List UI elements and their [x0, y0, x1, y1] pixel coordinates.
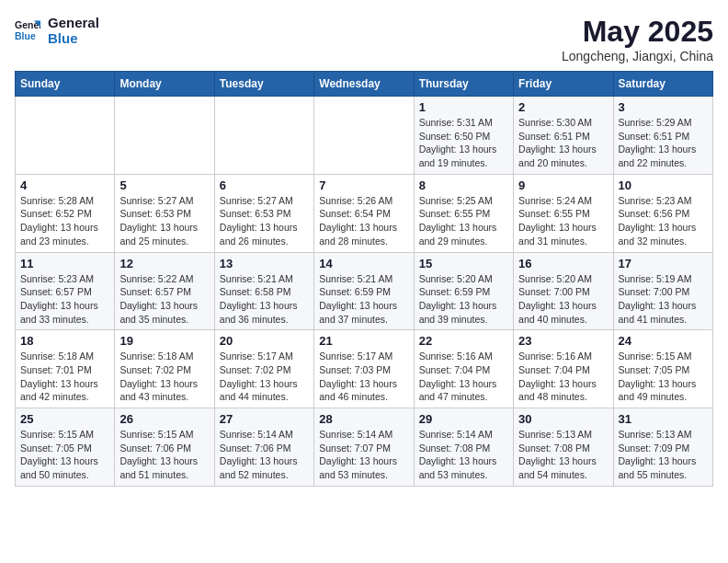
day-number: 24 [619, 334, 708, 348]
day-number: 3 [619, 100, 708, 114]
day-number: 10 [619, 178, 708, 192]
day-info: Sunrise: 5:16 AM Sunset: 7:04 PM Dayligh… [419, 350, 508, 404]
day-number: 14 [319, 257, 408, 270]
day-info: Sunrise: 5:18 AM Sunset: 7:01 PM Dayligh… [20, 350, 109, 404]
day-number: 29 [419, 412, 508, 426]
calendar-week-row: 18Sunrise: 5:18 AM Sunset: 7:01 PM Dayli… [16, 330, 713, 408]
calendar-cell: 27Sunrise: 5:14 AM Sunset: 7:06 PM Dayli… [214, 408, 313, 487]
header-tuesday: Tuesday [214, 72, 313, 97]
calendar-cell: 15Sunrise: 5:20 AM Sunset: 6:59 PM Dayli… [414, 252, 513, 330]
header-saturday: Saturday [613, 72, 712, 97]
calendar-cell: 29Sunrise: 5:14 AM Sunset: 7:08 PM Dayli… [414, 408, 513, 487]
logo-general: General [48, 15, 99, 30]
day-info: Sunrise: 5:26 AM Sunset: 6:54 PM Dayligh… [319, 194, 408, 248]
calendar-cell: 21Sunrise: 5:17 AM Sunset: 7:03 PM Dayli… [314, 330, 414, 408]
calendar-subtitle: Longcheng, Jiangxi, China [562, 49, 713, 63]
calendar-cell: 3Sunrise: 5:29 AM Sunset: 6:51 PM Daylig… [613, 97, 712, 175]
logo-icon: General Blue [15, 17, 40, 43]
calendar-cell [214, 97, 313, 175]
calendar-week-row: 25Sunrise: 5:15 AM Sunset: 7:05 PM Dayli… [16, 408, 713, 487]
header-thursday: Thursday [414, 72, 513, 97]
logo: General Blue General Blue [15, 15, 99, 46]
calendar-cell: 13Sunrise: 5:21 AM Sunset: 6:58 PM Dayli… [214, 252, 313, 330]
day-info: Sunrise: 5:28 AM Sunset: 6:52 PM Dayligh… [20, 194, 109, 248]
svg-text:Blue: Blue [15, 30, 36, 41]
day-number: 6 [220, 178, 309, 192]
day-number: 20 [220, 334, 309, 348]
day-number: 5 [119, 178, 209, 192]
day-number: 27 [220, 412, 309, 426]
day-info: Sunrise: 5:13 AM Sunset: 7:08 PM Dayligh… [518, 428, 608, 482]
day-info: Sunrise: 5:15 AM Sunset: 7:05 PM Dayligh… [20, 428, 109, 482]
calendar-cell: 22Sunrise: 5:16 AM Sunset: 7:04 PM Dayli… [414, 330, 513, 408]
page-header: General Blue General Blue May 2025 Longc… [15, 15, 713, 63]
day-info: Sunrise: 5:23 AM Sunset: 6:56 PM Dayligh… [619, 194, 708, 248]
calendar-week-row: 11Sunrise: 5:23 AM Sunset: 6:57 PM Dayli… [16, 252, 713, 330]
day-number: 26 [119, 412, 209, 426]
day-number: 2 [518, 100, 608, 114]
calendar-cell: 7Sunrise: 5:26 AM Sunset: 6:54 PM Daylig… [314, 174, 414, 252]
day-number: 4 [20, 178, 109, 192]
day-number: 28 [319, 412, 408, 426]
title-block: May 2025 Longcheng, Jiangxi, China [562, 15, 713, 63]
day-number: 12 [119, 257, 209, 270]
day-number: 22 [419, 334, 508, 348]
calendar-cell: 1Sunrise: 5:31 AM Sunset: 6:50 PM Daylig… [414, 97, 513, 175]
day-number: 11 [20, 257, 109, 270]
day-number: 23 [518, 334, 608, 348]
day-info: Sunrise: 5:31 AM Sunset: 6:50 PM Dayligh… [419, 116, 508, 170]
header-sunday: Sunday [16, 72, 115, 97]
day-info: Sunrise: 5:29 AM Sunset: 6:51 PM Dayligh… [619, 116, 708, 170]
calendar-cell: 12Sunrise: 5:22 AM Sunset: 6:57 PM Dayli… [115, 252, 214, 330]
day-info: Sunrise: 5:21 AM Sunset: 6:58 PM Dayligh… [220, 272, 309, 327]
calendar-cell: 16Sunrise: 5:20 AM Sunset: 7:00 PM Dayli… [514, 252, 613, 330]
calendar-cell: 30Sunrise: 5:13 AM Sunset: 7:08 PM Dayli… [514, 408, 613, 487]
calendar-cell [16, 97, 115, 175]
calendar-cell: 28Sunrise: 5:14 AM Sunset: 7:07 PM Dayli… [314, 408, 414, 487]
day-info: Sunrise: 5:24 AM Sunset: 6:55 PM Dayligh… [518, 194, 608, 248]
day-number: 15 [419, 257, 508, 270]
day-info: Sunrise: 5:27 AM Sunset: 6:53 PM Dayligh… [220, 194, 309, 248]
calendar-title: May 2025 [562, 15, 713, 49]
day-info: Sunrise: 5:16 AM Sunset: 7:04 PM Dayligh… [518, 350, 608, 404]
logo-blue: Blue [48, 30, 99, 46]
day-number: 8 [419, 178, 508, 192]
calendar-cell: 23Sunrise: 5:16 AM Sunset: 7:04 PM Dayli… [514, 330, 613, 408]
day-number: 30 [518, 412, 608, 426]
calendar-cell: 25Sunrise: 5:15 AM Sunset: 7:05 PM Dayli… [16, 408, 115, 487]
day-info: Sunrise: 5:21 AM Sunset: 6:59 PM Dayligh… [319, 272, 408, 327]
day-info: Sunrise: 5:20 AM Sunset: 7:00 PM Dayligh… [518, 272, 608, 327]
day-number: 16 [518, 257, 608, 270]
header-monday: Monday [115, 72, 214, 97]
day-info: Sunrise: 5:15 AM Sunset: 7:05 PM Dayligh… [619, 350, 708, 404]
day-info: Sunrise: 5:25 AM Sunset: 6:55 PM Dayligh… [419, 194, 508, 248]
day-number: 31 [619, 412, 708, 426]
day-info: Sunrise: 5:15 AM Sunset: 7:06 PM Dayligh… [119, 428, 209, 482]
day-info: Sunrise: 5:22 AM Sunset: 6:57 PM Dayligh… [119, 272, 209, 327]
day-number: 21 [319, 334, 408, 348]
calendar-cell: 5Sunrise: 5:27 AM Sunset: 6:53 PM Daylig… [115, 174, 214, 252]
day-number: 17 [619, 257, 708, 270]
day-info: Sunrise: 5:14 AM Sunset: 7:06 PM Dayligh… [220, 428, 309, 482]
day-info: Sunrise: 5:17 AM Sunset: 7:02 PM Dayligh… [220, 350, 309, 404]
calendar-cell: 11Sunrise: 5:23 AM Sunset: 6:57 PM Dayli… [16, 252, 115, 330]
day-number: 18 [20, 334, 109, 348]
calendar-table: SundayMondayTuesdayWednesdayThursdayFrid… [15, 71, 713, 487]
day-info: Sunrise: 5:18 AM Sunset: 7:02 PM Dayligh… [119, 350, 209, 404]
calendar-week-row: 4Sunrise: 5:28 AM Sunset: 6:52 PM Daylig… [16, 174, 713, 252]
calendar-cell: 24Sunrise: 5:15 AM Sunset: 7:05 PM Dayli… [613, 330, 712, 408]
day-info: Sunrise: 5:23 AM Sunset: 6:57 PM Dayligh… [20, 272, 109, 327]
day-info: Sunrise: 5:19 AM Sunset: 7:00 PM Dayligh… [619, 272, 708, 327]
day-info: Sunrise: 5:14 AM Sunset: 7:08 PM Dayligh… [419, 428, 508, 482]
day-number: 19 [119, 334, 209, 348]
day-number: 7 [319, 178, 408, 192]
calendar-week-row: 1Sunrise: 5:31 AM Sunset: 6:50 PM Daylig… [16, 97, 713, 175]
day-number: 25 [20, 412, 109, 426]
day-number: 1 [419, 100, 508, 114]
day-info: Sunrise: 5:14 AM Sunset: 7:07 PM Dayligh… [319, 428, 408, 482]
calendar-cell: 19Sunrise: 5:18 AM Sunset: 7:02 PM Dayli… [115, 330, 214, 408]
day-info: Sunrise: 5:17 AM Sunset: 7:03 PM Dayligh… [319, 350, 408, 404]
calendar-cell [115, 97, 214, 175]
calendar-cell: 4Sunrise: 5:28 AM Sunset: 6:52 PM Daylig… [16, 174, 115, 252]
day-info: Sunrise: 5:13 AM Sunset: 7:09 PM Dayligh… [619, 428, 708, 482]
